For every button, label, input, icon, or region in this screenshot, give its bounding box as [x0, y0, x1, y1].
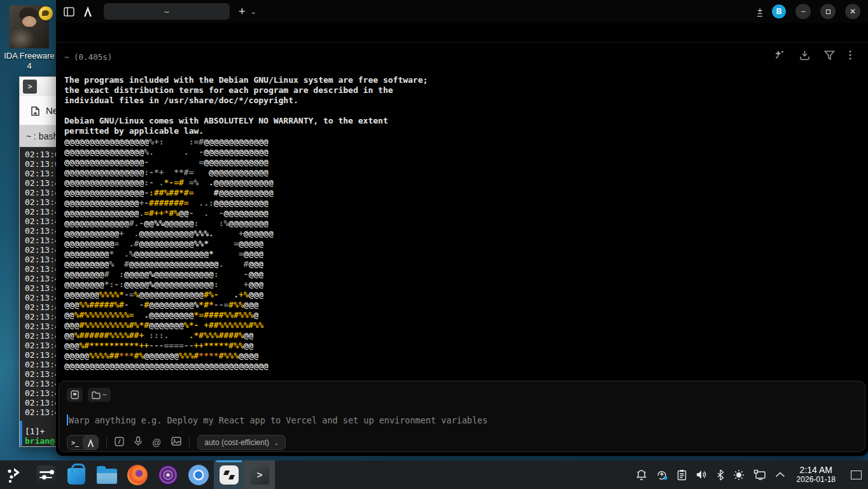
microphone-icon[interactable] — [134, 436, 142, 449]
terminal-scroll-indicator — [20, 421, 22, 446]
taskbar-chromium-button[interactable] — [183, 460, 214, 489]
slash-command-icon[interactable] — [115, 437, 124, 449]
ascii-art-line: @@@@@@@@@@@@@@@@%. . -@@@@@@@@@@@@@ — [64, 147, 274, 157]
clock-widget[interactable]: 2:14 AM 2026-01-18 — [797, 465, 836, 485]
bluetooth-icon[interactable] — [717, 469, 724, 481]
ascii-art-line: @@@@@@@@@@@+ .@@@@@@@@@@@%%%. +@@@@@@ — [64, 229, 274, 239]
brightness-icon[interactable] — [733, 469, 745, 481]
file-manager-icon — [97, 469, 117, 484]
terminal-app-icon: > — [23, 80, 37, 94]
desktop-icon-label-line2: 4 — [4, 61, 55, 71]
desktop-icon-ida-freeware[interactable]: IDA Freeware 4 — [4, 5, 55, 71]
ascii-art-output: @@@@@@@@@@@@@@@@@%+: :=#@@@@@@@@@@@@@@@@… — [64, 137, 274, 371]
clock-date: 2026-01-18 — [797, 475, 836, 485]
ascii-art-line: @@@@@@@@@% #@@@@@@@@@@@@@@@@@@. #@@@ — [64, 259, 274, 269]
attach-block-chip[interactable] — [67, 388, 83, 402]
taskbar: > — [0, 460, 868, 489]
tab-home[interactable]: ~ — [104, 3, 230, 20]
tab-list-chevron-icon[interactable]: ⌄ — [251, 8, 256, 16]
tor-browser-icon — [158, 465, 178, 485]
model-select[interactable]: auto (cost-efficient) ⌄ — [197, 435, 286, 450]
warp-tabbar: ~ + ⌄ ± B − ✕ — [56, 0, 868, 23]
close-button[interactable]: ✕ — [845, 4, 860, 19]
ascii-art-line: @@@@@@@%%%%*-=%@@@@@@@@@@@@@#%- .+%@@@ — [64, 290, 274, 300]
settings-icon — [36, 465, 55, 485]
prompt-icon: >_ — [71, 439, 79, 446]
adjust-icon[interactable]: ± — [757, 6, 762, 17]
tab-title: ~ — [164, 7, 169, 17]
more-options-kebab-icon[interactable] — [849, 50, 851, 63]
taskbar-file-manager-button[interactable] — [92, 460, 122, 489]
new-tab-plus-button[interactable]: + — [239, 6, 246, 17]
mode-toggle[interactable]: >_ — [67, 435, 99, 450]
maximize-icon — [826, 10, 830, 14]
ascii-art-line: @@%#%%%%%%%%%= .@@@@@@@@@*=####%%#%%%@ — [64, 310, 274, 320]
ai-sparkle-icon[interactable] — [774, 50, 785, 63]
ascii-art-line: @@@@@@@@@@@@@@@@- =@@@@@@@@@@@@@ — [64, 157, 274, 167]
taskbar-firefox-button[interactable] — [122, 460, 153, 489]
model-select-chevron-icon: ⌄ — [274, 439, 279, 446]
ascii-art-line: @@@#%%%%%%%%%#%*#@@@@@@@%*- +##%%%%%%#%% — [64, 320, 274, 330]
notifications-icon[interactable] — [636, 469, 647, 481]
ascii-art-line: @@@%%#####%#- -#@@@@@@@@@%*#*--=#%%@@@ — [64, 300, 274, 310]
new-file-icon — [31, 105, 41, 117]
ascii-art-line: @@@@@@@@@@@@@#.-@@%%@@@@@@: :%@@@@@@@@ — [64, 218, 274, 229]
taskbar-terminal-button[interactable]: > — [244, 460, 275, 489]
command-block-header[interactable]: ~ (0.405s) — [64, 52, 112, 62]
chromium-icon — [188, 465, 209, 485]
agent-mode-segment[interactable] — [83, 436, 98, 450]
working-directory-chip[interactable]: ~ — [88, 388, 111, 402]
volume-icon[interactable] — [696, 469, 708, 480]
directory-label: ~ — [102, 391, 107, 399]
taskbar-tor-browser-button[interactable] — [153, 460, 183, 489]
command-input[interactable]: Warp anything e.g. Deploy my React app t… — [67, 415, 487, 425]
maximize-button[interactable] — [820, 4, 836, 19]
ascii-art-line: @@%######%%%%##+ :::. .*#%%%####%@@ — [64, 330, 274, 341]
folder-icon — [92, 391, 101, 399]
account-avatar[interactable]: B — [772, 4, 786, 18]
ascii-art-line: @@@@@@@@# :@@@@@%@@@@@@@@@@@@: -@@@ — [64, 269, 274, 280]
ascii-art-line: @@@@@@@@@@@@@@@@-:##%##*#= #@@@@@@@@@@@ — [64, 188, 274, 198]
warp-app-icon — [220, 465, 239, 485]
block-icon — [71, 390, 79, 399]
app-launcher-button[interactable] — [0, 460, 31, 489]
display-cast-icon[interactable] — [753, 469, 766, 480]
attach-image-icon[interactable] — [171, 437, 181, 448]
show-desktop-button[interactable] — [851, 471, 862, 479]
ascii-art-line: @@@@@@@@@@@@@@@.=#++*#%@@- . -@@@@@@@@@ — [64, 208, 274, 218]
ascii-art-line: @@@@@@@@@@@@@@@@@%+: :=#@@@@@@@@@@@@@ — [64, 137, 274, 147]
terminal-output: The programs included with the Debian GN… — [64, 75, 428, 136]
warp-terminal-body[interactable]: ~ (0.405s) The programs included with th… — [56, 23, 868, 456]
discover-icon — [67, 468, 85, 485]
tab-bash[interactable]: ~ : bash — [26, 131, 58, 141]
ascii-art-line: @@@@@@@@@* .%@@@@@@@@@@@@@@@* =@@@@ — [64, 249, 274, 259]
terminal-mode-segment[interactable]: >_ — [67, 436, 83, 450]
terminal-taskbar-icon: > — [250, 465, 269, 485]
divider — [189, 437, 190, 448]
clipboard-icon[interactable] — [677, 469, 687, 481]
ascii-art-line: @@@%#**********++---====--++*****#%%@@ — [64, 341, 274, 351]
ascii-art-line: @@@@@@@@@@@@@@@@:- .*-=# =% .@@@@@@@@@@@… — [64, 178, 274, 188]
warp-window[interactable]: ~ + ⌄ ± B − ✕ ~ (0.405s) — [56, 0, 868, 456]
warp-ai-icon — [87, 439, 94, 447]
taskbar-warp-button-active[interactable] — [214, 460, 244, 489]
clock-time: 2:14 AM — [797, 465, 836, 475]
mention-at-icon[interactable]: @ — [152, 437, 161, 448]
updates-icon[interactable] — [656, 469, 668, 481]
desktop-icon-label: IDA Freeware 4 — [4, 51, 55, 71]
firefox-icon — [127, 465, 148, 485]
warp-input-panel[interactable]: ~ Warp anything e.g. Deploy my React app… — [59, 381, 865, 452]
taskbar-discover-button[interactable] — [61, 460, 92, 489]
warp-logo-icon — [83, 6, 92, 17]
filter-icon[interactable] — [824, 50, 835, 63]
minimize-button[interactable]: − — [795, 4, 811, 19]
divider — [106, 437, 107, 448]
ascii-art-line: @@@@@@@@@@@@@@@@:-*+ **#= @@@@@@@@@@@@ — [64, 167, 274, 178]
ascii-art-line: @@@@@@@@@@= .#@@@@@@@@@@@%%* =@@@@@ — [64, 239, 274, 249]
tray-expand-chevron-icon[interactable] — [775, 472, 785, 478]
taskbar-settings-button[interactable] — [31, 460, 61, 489]
download-icon[interactable] — [799, 50, 810, 63]
ascii-art-line: @@@@@@@@@@@@@@@+-#######= ..:@@@@@@@@@@@ — [64, 198, 274, 208]
sidebar-toggle-icon[interactable] — [64, 7, 74, 17]
ascii-art-line: @@@@@@@@@@@@@@@@@@@@@@@@@@@@@@@@@@@@@@@@… — [64, 361, 274, 371]
